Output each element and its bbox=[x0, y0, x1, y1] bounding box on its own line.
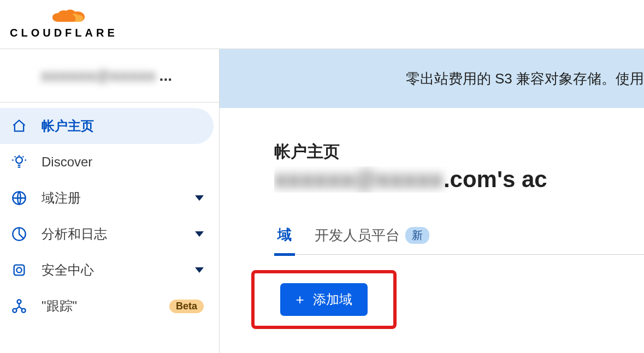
account-suffix: .com's ac bbox=[444, 166, 547, 193]
account-ellipsis: ... bbox=[159, 67, 172, 85]
topbar: CLOUDFLARE bbox=[0, 0, 644, 49]
svg-rect-3 bbox=[14, 265, 25, 276]
sidebar-item-trace[interactable]: "跟踪" Beta bbox=[0, 288, 219, 324]
sidebar-item-domain-registration[interactable]: 域注册 bbox=[0, 180, 219, 216]
sidebar: xxxxxx@xxxxx ... 帐户主页 Discover 域注册 bbox=[0, 49, 220, 353]
sidebar-nav: 帐户主页 Discover 域注册 分析和日志 bbox=[0, 103, 219, 324]
tabs: 域 开发人员平台 新 bbox=[274, 220, 644, 255]
add-domain-button[interactable]: + 添加域 bbox=[280, 283, 367, 316]
page-title: 帐户主页 bbox=[274, 141, 644, 163]
globe-icon bbox=[11, 190, 27, 206]
tab-label: 开发人员平台 bbox=[315, 226, 400, 245]
tab-developer-platform[interactable]: 开发人员平台 新 bbox=[311, 220, 433, 254]
account-heading: xxxxxx@xxxxx .com's ac bbox=[274, 166, 644, 193]
cloud-icon bbox=[48, 9, 97, 26]
sidebar-item-label: 帐户主页 bbox=[42, 117, 198, 135]
sidebar-item-label: 安全中心 bbox=[42, 261, 195, 279]
brand-logo[interactable]: CLOUDFLARE bbox=[10, 9, 118, 39]
sidebar-item-label: Discover bbox=[42, 154, 204, 170]
sidebar-item-home[interactable]: 帐户主页 bbox=[0, 108, 214, 144]
home-icon bbox=[11, 118, 27, 134]
chevron-down-icon bbox=[195, 231, 204, 237]
tab-domains[interactable]: 域 bbox=[274, 220, 295, 256]
promo-banner[interactable]: 零出站费用的 S3 兼容对象存储。使用 bbox=[220, 49, 644, 108]
new-badge: 新 bbox=[405, 227, 429, 244]
network-icon bbox=[11, 298, 27, 314]
lightbulb-icon bbox=[11, 154, 27, 170]
account-selector[interactable]: xxxxxx@xxxxx ... bbox=[0, 49, 219, 103]
svg-point-5 bbox=[17, 300, 21, 303]
plus-icon: + bbox=[296, 292, 304, 307]
highlight-annotation: + 添加域 bbox=[251, 270, 397, 329]
shield-icon bbox=[11, 262, 27, 278]
piechart-icon bbox=[11, 226, 27, 242]
banner-text: 零出站费用的 S3 兼容对象存储。使用 bbox=[406, 69, 644, 88]
sidebar-item-label: 域注册 bbox=[42, 189, 195, 207]
sidebar-item-security-center[interactable]: 安全中心 bbox=[0, 252, 219, 288]
account-label: xxxxxx@xxxxx bbox=[41, 67, 156, 85]
brand-name: CLOUDFLARE bbox=[10, 27, 118, 39]
svg-point-4 bbox=[16, 267, 21, 272]
sidebar-item-analytics[interactable]: 分析和日志 bbox=[0, 216, 219, 252]
chevron-down-icon bbox=[195, 267, 204, 273]
main-content: 零出站费用的 S3 兼容对象存储。使用 帐户主页 xxxxxx@xxxxx .c… bbox=[220, 49, 644, 353]
sidebar-item-label: "跟踪" bbox=[42, 297, 164, 315]
svg-point-0 bbox=[16, 157, 22, 164]
sidebar-item-label: 分析和日志 bbox=[42, 225, 195, 243]
sidebar-item-discover[interactable]: Discover bbox=[0, 144, 219, 180]
account-email-blurred: xxxxxx@xxxxx bbox=[274, 166, 444, 193]
tab-label: 域 bbox=[277, 225, 292, 244]
beta-badge: Beta bbox=[169, 300, 204, 313]
chevron-down-icon bbox=[195, 195, 204, 201]
add-domain-label: 添加域 bbox=[313, 291, 352, 308]
